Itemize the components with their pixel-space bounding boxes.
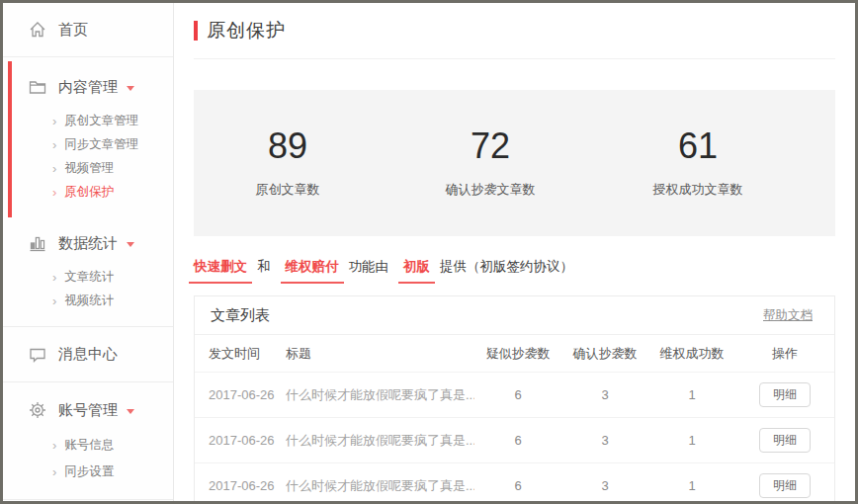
sidebar-item-account-management[interactable]: 账号管理: [3, 390, 173, 430]
cell-success-count: 1: [648, 433, 735, 448]
column-publish-time: 发文时间: [209, 345, 286, 363]
notice-text: 和: [257, 258, 271, 276]
article-list-panel: 文章列表 帮助文档 发文时间 标题 疑似抄袭数 确认抄袭数 维权成功数 操作 2…: [194, 295, 835, 501]
title-accent-bar: [194, 21, 198, 41]
cell-confirmed-count: 3: [561, 387, 648, 402]
panel-title: 文章列表: [211, 306, 270, 325]
cell-success-count: 1: [648, 478, 735, 493]
sidebar-item-data-statistics[interactable]: 数据统计: [3, 223, 173, 263]
app-window: 首页 内容管理 › 原创文章管理 › 同步文章管理: [0, 0, 858, 504]
table-row: 2017-06-26 什么时候才能放假呢要疯了真是... 6 3 1 明细: [195, 418, 834, 463]
chevron-right-icon: ›: [52, 138, 56, 151]
cell-article-title: 什么时候才能放假呢要疯了真是...: [286, 432, 474, 450]
column-title: 标题: [286, 345, 474, 363]
column-suspected-count: 疑似抄袭数: [474, 345, 561, 363]
stat-label: 原创文章数: [194, 181, 382, 199]
stat-label: 授权成功文章数: [599, 181, 797, 199]
detail-button[interactable]: 明细: [759, 428, 811, 453]
sidebar-item-label: 账号管理: [58, 401, 118, 420]
stat-original-articles: 89 原创文章数: [194, 128, 382, 199]
column-success-count: 维权成功数: [648, 345, 735, 363]
divider: [3, 499, 173, 500]
sidebar-item-home[interactable]: 首页: [3, 3, 173, 56]
chuban-link[interactable]: 初版: [398, 258, 435, 284]
column-action: 操作: [735, 345, 834, 363]
cell-article-title: 什么时候才能放假呢要疯了真是...: [286, 477, 474, 495]
stat-label: 确认抄袭文章数: [382, 181, 599, 199]
sidebar-item-account-info[interactable]: › 账号信息: [3, 432, 173, 459]
sidebar-item-sync-settings[interactable]: › 同步设置: [3, 459, 173, 485]
sidebar-section-content: 内容管理 › 原创文章管理 › 同步文章管理 › 视频管理 › 原创: [3, 57, 173, 217]
sidebar-item-original-article-management[interactable]: › 原创文章管理: [3, 109, 173, 132]
notice-text: 提供（初版签约协议）: [440, 258, 573, 276]
table-header-row: 发文时间 标题 疑似抄袭数 确认抄袭数 维权成功数 操作: [195, 335, 834, 373]
sidebar-item-original-protection[interactable]: › 原创保护: [3, 180, 173, 204]
table-row: 2017-06-26 什么时候才能放假呢要疯了真是... 6 3 1 明细: [195, 463, 834, 501]
cell-confirmed-count: 3: [561, 478, 648, 493]
table-row: 2017-06-26 什么时候才能放假呢要疯了真是... 6 3 1 明细: [195, 373, 834, 418]
cell-publish-time: 2017-06-26: [209, 387, 286, 402]
sidebar-section-account: 账号管理 › 账号信息 › 同步设置: [3, 382, 173, 499]
sidebar-item-label: 数据统计: [58, 234, 118, 253]
chevron-right-icon: ›: [52, 465, 56, 478]
cell-article-title: 什么时候才能放假呢要疯了真是...: [286, 386, 474, 404]
chevron-right-icon: ›: [52, 115, 56, 127]
sidebar-item-label: 内容管理: [58, 78, 118, 97]
help-doc-link[interactable]: 帮助文档: [763, 307, 813, 324]
cell-suspected-count: 6: [474, 433, 561, 448]
cell-publish-time: 2017-06-26: [209, 478, 286, 493]
sidebar-item-label: 消息中心: [58, 345, 118, 364]
feature-notice: 快速删文 和 维权赔付 功能由 初版 提供（初版签约协议）: [194, 258, 835, 284]
detail-button[interactable]: 明细: [759, 473, 811, 498]
cell-success-count: 1: [648, 387, 735, 402]
sidebar-item-sync-article-management[interactable]: › 同步文章管理: [3, 132, 173, 156]
cell-confirmed-count: 3: [561, 433, 648, 448]
chevron-down-icon: [127, 409, 134, 414]
cell-suspected-count: 6: [474, 387, 561, 402]
notice-text: 功能由: [349, 258, 389, 276]
chevron-right-icon: ›: [52, 271, 56, 284]
sidebar-item-video-statistics[interactable]: › 视频统计: [3, 289, 173, 312]
column-confirmed-count: 确认抄袭数: [561, 345, 648, 363]
cell-suspected-count: 6: [474, 478, 561, 493]
chevron-right-icon: ›: [52, 439, 56, 452]
main-content: 原创保护 89 原创文章数 72 确认抄袭文章数 61 授权成功文章数 快速删文…: [174, 3, 855, 501]
rights-compensation-link[interactable]: 维权赔付: [281, 258, 344, 284]
stat-confirmed-plagiarism: 72 确认抄袭文章数: [382, 128, 599, 199]
detail-button[interactable]: 明细: [759, 382, 811, 407]
article-list-header: 文章列表 帮助文档: [195, 296, 834, 335]
sidebar-item-video-management[interactable]: › 视频管理: [3, 156, 173, 180]
stats-panel: 89 原创文章数 72 确认抄袭文章数 61 授权成功文章数: [194, 90, 835, 236]
submenu-statistics: › 文章统计 › 视频统计: [3, 263, 173, 326]
submenu-content-management: › 原创文章管理 › 同步文章管理 › 视频管理 › 原创保护: [3, 107, 173, 217]
bar-chart-icon: [28, 233, 47, 253]
sidebar: 首页 内容管理 › 原创文章管理 › 同步文章管理: [3, 3, 174, 501]
sidebar-item-article-statistics[interactable]: › 文章统计: [3, 265, 173, 289]
stat-value: 61: [599, 128, 797, 164]
gear-icon: [28, 400, 47, 420]
stat-value: 72: [382, 128, 599, 164]
sidebar-item-label: 首页: [58, 21, 88, 40]
home-icon: [28, 20, 47, 40]
message-icon: [28, 345, 47, 365]
stat-value: 89: [194, 128, 382, 164]
page-header: 原创保护: [194, 3, 835, 59]
chevron-down-icon: [127, 242, 134, 247]
quick-delete-link[interactable]: 快速删文: [189, 258, 252, 284]
stat-authorized-success: 61 授权成功文章数: [599, 128, 797, 199]
folder-icon: [28, 77, 47, 97]
page-title: 原创保护: [207, 18, 286, 43]
chevron-right-icon: ›: [52, 294, 56, 307]
submenu-account: › 账号信息 › 同步设置: [3, 430, 173, 499]
chevron-right-icon: ›: [52, 162, 56, 175]
cell-publish-time: 2017-06-26: [209, 433, 286, 448]
sidebar-item-message-center[interactable]: 消息中心: [3, 327, 173, 381]
sidebar-section-statistics: 数据统计 › 文章统计 › 视频统计: [3, 217, 173, 326]
chevron-right-icon: ›: [52, 186, 56, 199]
chevron-down-icon: [127, 86, 134, 91]
active-section-indicator: [8, 61, 12, 217]
sidebar-item-content-management[interactable]: 内容管理: [3, 67, 173, 107]
